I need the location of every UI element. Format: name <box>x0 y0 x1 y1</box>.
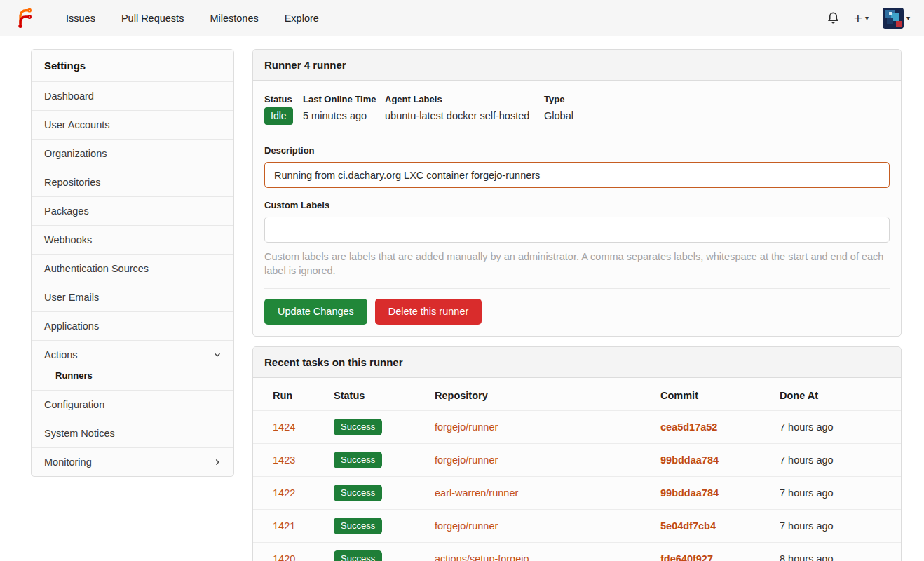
sidebar-item-label: Actions <box>44 349 78 360</box>
runner-panel-title: Runner 4 runner <box>253 50 901 81</box>
forgejo-logo[interactable] <box>14 6 36 30</box>
column-header-commit: Commit <box>660 378 780 411</box>
column-header-run: Run <box>253 378 334 411</box>
sidebar-item-user-accounts[interactable]: User Accounts <box>32 110 233 139</box>
commit-link[interactable]: fde640f927 <box>660 553 713 561</box>
sidebar-item-label: Settings <box>44 60 86 72</box>
settings-sidebar: SettingsDashboardUser AccountsOrganizati… <box>31 49 234 477</box>
sidebar-item-runners[interactable]: Runners <box>32 369 233 390</box>
repository-link[interactable]: earl-warren/runner <box>435 487 518 499</box>
sidebar-item-label: Packages <box>44 205 89 217</box>
sidebar-item-label: Webhooks <box>44 234 92 245</box>
custom-labels-help: Custom labels are labels that are added … <box>264 250 890 278</box>
nav-link-milestones[interactable]: Milestones <box>200 7 268 29</box>
repository-link[interactable]: actions/setup-forgejo <box>435 553 529 561</box>
runner-actions: Update Changes Delete this runner <box>264 299 890 325</box>
divider <box>264 135 890 135</box>
create-new-button[interactable]: + ▾ <box>854 11 869 25</box>
table-row: 1424Successforgejo/runnercea5d17a527 hou… <box>253 410 901 443</box>
sidebar-item-actions[interactable]: Actions <box>32 340 233 369</box>
page: IssuesPull RequestsMilestonesExplore + ▾ <box>0 0 924 561</box>
sidebar-item-repositories[interactable]: Repositories <box>32 168 233 196</box>
sidebar-item-organizations[interactable]: Organizations <box>32 139 233 168</box>
status-badge: Success <box>334 550 382 561</box>
commit-link[interactable]: cea5d17a52 <box>660 421 717 433</box>
sidebar-item-user-emails[interactable]: User Emails <box>32 283 233 311</box>
column-header-repository: Repository <box>435 378 660 411</box>
status-badge: Success <box>334 485 382 501</box>
run-link[interactable]: 1422 <box>273 487 295 499</box>
agent-labels-label: Agent Labels <box>385 94 544 104</box>
chevron-down-icon <box>212 350 222 360</box>
sidebar-item-configuration[interactable]: Configuration <box>32 390 233 419</box>
sidebar-item-label: Runners <box>55 370 93 381</box>
repository-link[interactable]: forgejo/runner <box>435 454 498 466</box>
chevron-right-icon <box>212 457 222 467</box>
last-online-column: Last Online Time 5 minutes ago <box>303 94 385 125</box>
nav-link-explore[interactable]: Explore <box>275 7 329 29</box>
repository-link[interactable]: forgejo/runner <box>435 421 498 433</box>
done-at-value: 7 hours ago <box>780 476 901 509</box>
last-online-value: 5 minutes ago <box>303 110 385 121</box>
commit-link[interactable]: 99bddaa784 <box>660 454 719 466</box>
update-changes-button[interactable]: Update Changes <box>264 299 367 325</box>
main-content: Runner 4 runner Status Idle Last Online … <box>252 49 902 561</box>
content-layout: SettingsDashboardUser AccountsOrganizati… <box>0 36 924 561</box>
nav-links: IssuesPull RequestsMilestonesExplore <box>56 7 329 29</box>
sidebar-item-label: User Accounts <box>44 119 110 130</box>
user-menu-button[interactable]: ▾ <box>883 8 910 29</box>
run-link[interactable]: 1423 <box>273 454 295 466</box>
chevron-down-icon: ▾ <box>865 14 869 22</box>
run-link[interactable]: 1424 <box>273 421 295 433</box>
column-header-done-at: Done At <box>780 378 901 411</box>
navbar-right: + ▾ ▾ <box>827 8 910 29</box>
repository-link[interactable]: forgejo/runner <box>435 520 498 532</box>
status-badge: Success <box>334 452 382 468</box>
status-badge: Success <box>334 518 382 534</box>
status-label: Status <box>264 94 303 104</box>
sidebar-item-monitoring[interactable]: Monitoring <box>32 447 233 476</box>
tasks-table-header: RunStatusRepositoryCommitDone At <box>253 378 901 411</box>
status-badge: Success <box>334 419 382 435</box>
sidebar-item-authentication-sources[interactable]: Authentication Sources <box>32 254 233 283</box>
table-row: 1421Successforgejo/runner5e04df7cb47 hou… <box>253 509 901 542</box>
runner-panel-body: Status Idle Last Online Time 5 minutes a… <box>253 81 901 336</box>
sidebar-item-label: Monitoring <box>44 457 92 468</box>
navbar: IssuesPull RequestsMilestonesExplore + ▾ <box>0 0 924 36</box>
notifications-button[interactable] <box>827 11 840 25</box>
sidebar-item-settings: Settings <box>32 50 233 81</box>
description-label: Description <box>264 145 890 156</box>
sidebar-item-label: Applications <box>44 320 99 332</box>
sidebar-item-applications[interactable]: Applications <box>32 311 233 340</box>
sidebar-item-label: User Emails <box>44 292 99 303</box>
sidebar-item-packages[interactable]: Packages <box>32 196 233 225</box>
bell-icon <box>827 11 840 25</box>
custom-labels-input[interactable] <box>264 217 890 243</box>
sidebar-item-webhooks[interactable]: Webhooks <box>32 225 233 254</box>
run-link[interactable]: 1420 <box>273 553 295 561</box>
forgejo-logo-icon <box>14 7 35 29</box>
table-row: 1422Successearl-warren/runner99bddaa7847… <box>253 476 901 509</box>
sidebar-item-label: Configuration <box>44 399 104 410</box>
sidebar-item-label: Repositories <box>44 177 101 188</box>
run-link[interactable]: 1421 <box>273 520 295 532</box>
agent-labels-column: Agent Labels ubuntu-latest docker self-h… <box>385 94 544 125</box>
divider <box>264 288 890 289</box>
type-value: Global <box>544 110 890 121</box>
avatar <box>883 8 904 29</box>
description-input[interactable] <box>264 162 890 188</box>
nav-link-pull-requests[interactable]: Pull Requests <box>111 7 193 29</box>
delete-runner-button[interactable]: Delete this runner <box>375 299 482 325</box>
done-at-value: 8 hours ago <box>780 542 901 561</box>
chevron-down-icon: ▾ <box>906 14 910 22</box>
runner-panel: Runner 4 runner Status Idle Last Online … <box>252 49 902 337</box>
sidebar-item-system-notices[interactable]: System Notices <box>32 419 233 447</box>
sidebar-item-dashboard[interactable]: Dashboard <box>32 81 233 110</box>
tasks-table: RunStatusRepositoryCommitDone At 1424Suc… <box>253 378 901 561</box>
tasks-panel: Recent tasks on this runner RunStatusRep… <box>252 346 902 561</box>
commit-link[interactable]: 5e04df7cb4 <box>660 520 716 532</box>
nav-link-issues[interactable]: Issues <box>56 7 105 29</box>
done-at-value: 7 hours ago <box>780 509 901 542</box>
custom-labels-label: Custom Labels <box>264 200 890 210</box>
commit-link[interactable]: 99bddaa784 <box>660 487 719 499</box>
